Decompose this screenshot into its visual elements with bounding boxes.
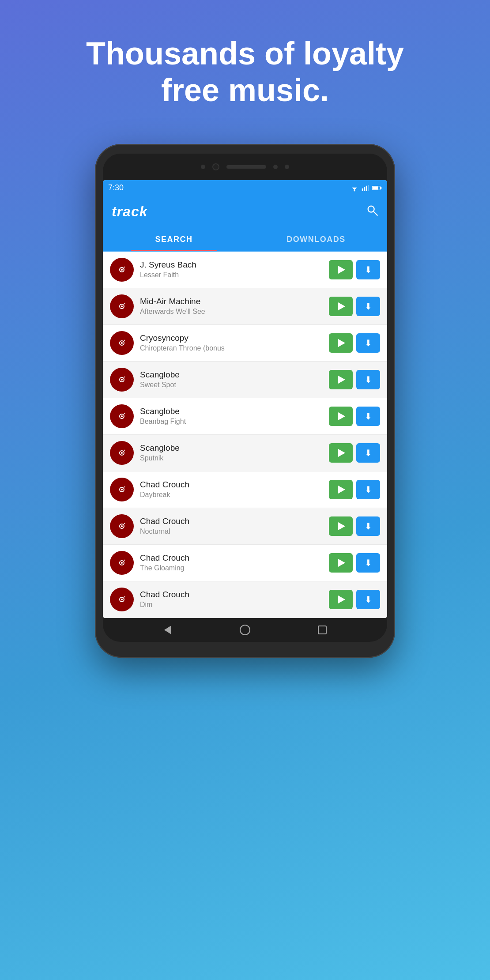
- track-artist: Scanglobe: [140, 443, 323, 453]
- track-title: Lesser Faith: [140, 271, 323, 279]
- download-button[interactable]: ⬇: [356, 590, 380, 609]
- home-icon: [240, 625, 250, 635]
- avatar: [110, 551, 134, 575]
- play-button[interactable]: [329, 333, 353, 353]
- avatar: [110, 441, 134, 465]
- track-actions: ⬇: [329, 333, 380, 353]
- track-info: Chad Crouch Dim: [140, 590, 323, 609]
- tabs-bar: SEARCH DOWNLOADS: [103, 228, 387, 252]
- svg-point-23: [121, 379, 123, 381]
- download-button[interactable]: ⬇: [356, 370, 380, 389]
- track-artist: Mid-Air Machine: [140, 297, 323, 306]
- track-info: Scanglobe Sweet Spot: [140, 370, 323, 389]
- tab-search[interactable]: SEARCH: [103, 228, 245, 251]
- tab-downloads[interactable]: DOWNLOADS: [245, 228, 387, 251]
- track-info: Mid-Air Machine Afterwards We'll See: [140, 297, 323, 316]
- svg-rect-3: [362, 188, 363, 191]
- play-button[interactable]: [329, 590, 353, 609]
- download-button[interactable]: ⬇: [356, 480, 380, 499]
- play-button[interactable]: [329, 370, 353, 389]
- back-icon: [164, 626, 171, 634]
- wifi-icon: [350, 185, 359, 192]
- nav-back-button[interactable]: [161, 623, 174, 637]
- track-actions: ⬇: [329, 297, 380, 316]
- svg-rect-8: [373, 186, 378, 189]
- track-actions: ⬇: [329, 480, 380, 499]
- download-icon: ⬇: [365, 411, 372, 422]
- phone-top-bezel: [103, 154, 387, 180]
- download-button[interactable]: ⬇: [356, 407, 380, 426]
- phone-mockup: 7:30: [95, 144, 395, 658]
- track-title: Dim: [140, 601, 323, 609]
- play-icon: [338, 522, 345, 530]
- avatar: [110, 404, 134, 428]
- play-button[interactable]: [329, 260, 353, 279]
- track-actions: ⬇: [329, 516, 380, 536]
- download-icon: ⬇: [365, 264, 372, 275]
- track-title: Afterwards We'll See: [140, 308, 323, 316]
- track-actions: ⬇: [329, 260, 380, 279]
- play-icon: [338, 596, 345, 603]
- download-button[interactable]: ⬇: [356, 333, 380, 353]
- svg-point-35: [121, 525, 123, 527]
- svg-rect-4: [364, 187, 365, 191]
- avatar: [110, 478, 134, 501]
- play-button[interactable]: [329, 516, 353, 536]
- track-actions: ⬇: [329, 553, 380, 573]
- track-info: J. Syreus Bach Lesser Faith: [140, 260, 323, 279]
- avatar: [110, 294, 134, 318]
- svg-point-20: [121, 342, 123, 344]
- track-artist: Chad Crouch: [140, 590, 323, 599]
- download-button[interactable]: ⬇: [356, 260, 380, 279]
- play-button[interactable]: [329, 443, 353, 463]
- play-button[interactable]: [329, 480, 353, 499]
- nav-recents-button[interactable]: [316, 623, 329, 637]
- track-item: Mid-Air Machine Afterwards We'll See ⬇: [103, 288, 387, 325]
- sensor-dot-right: [273, 165, 278, 169]
- earpiece-speaker: [226, 165, 266, 169]
- svg-point-26: [121, 415, 123, 417]
- phone-bottom-bezel: [103, 618, 387, 642]
- track-info: Chad Crouch The Gloaming: [140, 553, 323, 572]
- track-title: Beanbag Fight: [140, 418, 323, 426]
- track-artist: Chad Crouch: [140, 516, 323, 526]
- app-title: track: [112, 204, 148, 220]
- status-icons: [350, 185, 382, 192]
- play-button[interactable]: [329, 407, 353, 426]
- track-artist: Cryosyncopy: [140, 333, 323, 343]
- svg-point-10: [368, 206, 374, 212]
- download-icon: ⬇: [365, 484, 372, 495]
- search-button[interactable]: [366, 204, 378, 219]
- track-title: Sputnik: [140, 454, 323, 462]
- avatar: [110, 368, 134, 392]
- play-button[interactable]: [329, 297, 353, 316]
- track-info: Scanglobe Sputnik: [140, 443, 323, 462]
- play-icon: [338, 376, 345, 384]
- track-title: The Gloaming: [140, 564, 323, 572]
- download-icon: ⬇: [365, 448, 372, 458]
- sensor-dot-left: [201, 165, 205, 169]
- track-list: J. Syreus Bach Lesser Faith ⬇ Mid-Air Ma…: [103, 252, 387, 618]
- download-icon: ⬇: [365, 558, 372, 568]
- svg-point-17: [121, 305, 123, 307]
- play-button[interactable]: [329, 553, 353, 573]
- play-icon: [338, 339, 345, 347]
- nav-home-button[interactable]: [238, 623, 252, 637]
- svg-rect-5: [366, 185, 367, 191]
- track-artist: J. Syreus Bach: [140, 260, 323, 270]
- track-item: Chad Crouch Dim ⬇: [103, 581, 387, 618]
- download-icon: ⬇: [365, 594, 372, 605]
- download-button[interactable]: ⬇: [356, 516, 380, 536]
- download-button[interactable]: ⬇: [356, 297, 380, 316]
- track-item: Scanglobe Sweet Spot ⬇: [103, 362, 387, 398]
- phone-screen: 7:30: [103, 180, 387, 618]
- track-actions: ⬇: [329, 443, 380, 463]
- download-button[interactable]: ⬇: [356, 553, 380, 573]
- download-button[interactable]: ⬇: [356, 443, 380, 463]
- front-camera: [212, 163, 219, 170]
- track-item: Scanglobe Sputnik ⬇: [103, 435, 387, 471]
- recents-icon: [318, 626, 327, 634]
- track-item: Chad Crouch Daybreak ⬇: [103, 471, 387, 508]
- phone-outer: 7:30: [95, 144, 395, 658]
- track-actions: ⬇: [329, 590, 380, 609]
